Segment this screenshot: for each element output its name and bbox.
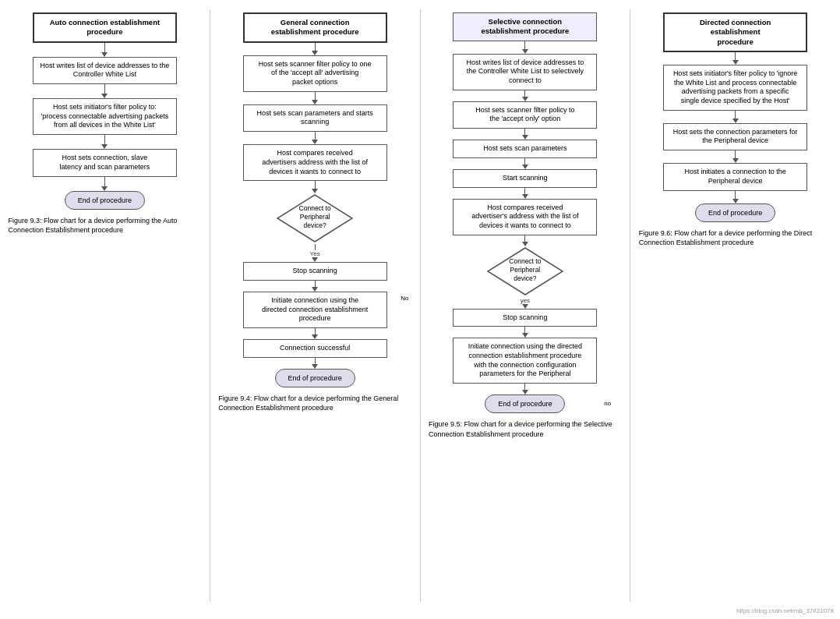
col2-general-connection: General connectionestablishment procedur…	[214, 6, 417, 613]
col3-yes-branch: yes Stop scanning Initiate connection us…	[424, 297, 627, 413]
col1-step1: Host writes list of device addresses to …	[33, 57, 177, 84]
divider2	[420, 9, 421, 602]
col3-no-label: no	[604, 400, 611, 407]
col2-end: End of procedure	[275, 369, 355, 387]
col2-title: General connectionestablishment procedur…	[243, 12, 387, 43]
connector	[524, 158, 525, 164]
connector	[524, 90, 525, 97]
connector	[315, 181, 316, 189]
connector	[315, 358, 316, 364]
divider1	[210, 9, 210, 602]
col4-step2: Host sets the connection parameters fort…	[663, 123, 807, 150]
arrow	[732, 199, 739, 203]
col3-step5: Host compares receivedadvertiser's addre…	[453, 199, 597, 235]
arrow	[312, 364, 318, 369]
col2-step1: Host sets scanner filter policy to oneof…	[243, 55, 387, 92]
connector	[524, 188, 525, 194]
col1-content: Auto connection establishment procedure …	[3, 6, 206, 210]
connector	[524, 41, 525, 49]
col3-diamond-text: Connect toPeripheraldevice?	[486, 257, 564, 283]
col1-step3: Host sets connection, slavelatency and s…	[33, 149, 177, 176]
connector	[315, 92, 316, 100]
connector	[524, 129, 525, 135]
col3-step3: Host sets scan parameters	[453, 140, 597, 158]
col3-end: End of procedure	[485, 394, 565, 413]
col3-diamond-container: Connect toPeripheraldevice?	[486, 246, 564, 297]
watermark: https://blog.csdn.net/mb_37621078	[736, 607, 834, 614]
connector	[315, 244, 316, 250]
connector	[104, 84, 105, 94]
col2-step4: Stop scanning	[243, 262, 387, 281]
col3-step6: Stop scanning	[453, 309, 597, 327]
col4-directed-connection: Directed connectionestablishmentprocedur…	[634, 6, 837, 613]
connector	[315, 281, 316, 287]
col2-step2: Host sets scan parameters and startsscan…	[243, 104, 387, 132]
col1-step2: Host sets initiator's filter policy to:'…	[33, 98, 177, 135]
col2-yes-branch: Yes Stop scanning Initiate connection us…	[214, 244, 417, 387]
connector	[735, 150, 736, 158]
col4-content: Directed connectionestablishmentprocedur…	[634, 6, 837, 222]
col1-end: End of procedure	[65, 191, 145, 210]
connector	[524, 235, 525, 242]
connector	[104, 135, 105, 144]
col2-diamond-text: Connect toPeripheraldevice?	[276, 204, 354, 230]
connector	[524, 384, 525, 390]
col3-caption: Figure 9.5: Flow chart for a device perf…	[429, 419, 622, 439]
arrow	[101, 186, 108, 191]
connector	[735, 111, 736, 118]
col3-step2: Host sets scanner filter policy tothe 'a…	[453, 101, 597, 129]
connector	[315, 132, 316, 140]
connector	[104, 43, 105, 52]
connector	[735, 191, 736, 199]
divider3	[630, 9, 630, 602]
col2-step5: Initiate connection using thedirected co…	[243, 292, 387, 328]
col3-title: Selective connectionestablishment proced…	[453, 12, 597, 41]
col3-step4: Start scanning	[453, 169, 597, 188]
col2-branch: Yes Stop scanning Initiate connection us…	[214, 244, 417, 387]
col3-content: Selective connectionestablishment proced…	[424, 6, 627, 413]
col4-step3: Host initiates a connection to thePeriph…	[663, 163, 807, 190]
col2-no-label: No	[401, 295, 408, 302]
col2-step6: Connection successful	[243, 339, 387, 358]
col3-selective-connection: Selective connectionestablishment proced…	[424, 6, 627, 613]
connector	[104, 177, 105, 186]
col2-step3: Host compares receivedadvertisers addres…	[243, 144, 387, 181]
col4-step1: Host sets initiator's filter policy to '…	[663, 65, 807, 111]
col1-auto-connection: Auto connection establishment procedure …	[3, 6, 206, 613]
col2-diamond-container: Connect toPeripheraldevice?	[276, 193, 354, 244]
col4-title: Directed connectionestablishmentprocedur…	[663, 12, 807, 52]
col3-yes-label: yes	[521, 297, 530, 304]
connector	[315, 43, 316, 51]
connector	[735, 52, 736, 60]
col4-end: End of procedure	[695, 203, 775, 222]
col4-caption: Figure 9.6: Flow chart for a device perf…	[639, 228, 832, 248]
col3-step1: Host writes list of device addresses tot…	[453, 54, 597, 90]
col2-content: General connectionestablishment procedur…	[214, 6, 417, 387]
col2-caption: Figure 9.4: Flow chart for a device perf…	[218, 394, 411, 413]
col3-step7: Initiate connection using the directedco…	[453, 338, 597, 384]
col1-caption: Figure 9.3: Flow chart for a device perf…	[9, 216, 202, 235]
col2-yes-label: Yes	[310, 250, 320, 257]
connector	[524, 327, 525, 333]
col3-branch: yes Stop scanning Initiate connection us…	[424, 297, 627, 413]
connector	[315, 328, 316, 334]
main-container: Auto connection establishment procedure …	[0, 0, 840, 619]
col1-title: Auto connection establishment procedure	[33, 12, 177, 43]
